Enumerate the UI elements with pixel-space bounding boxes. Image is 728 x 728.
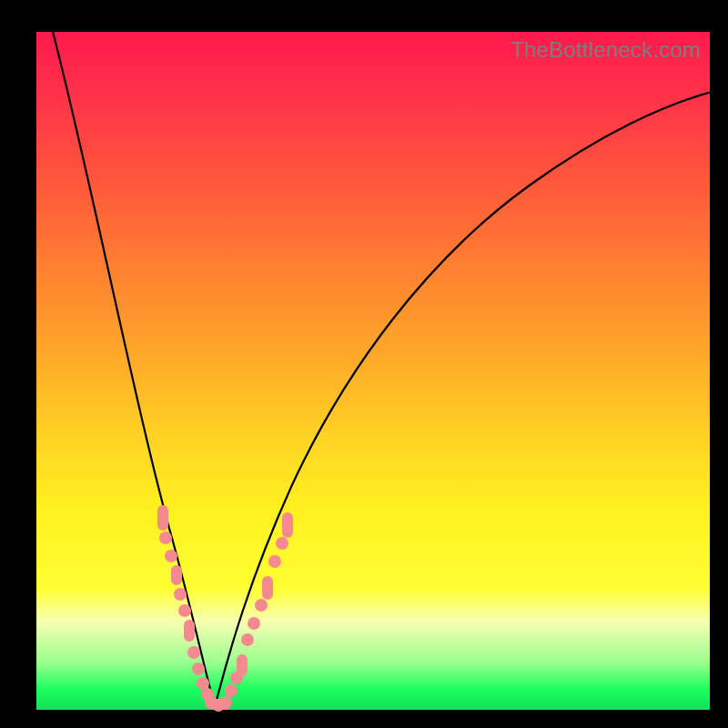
svg-point-9 xyxy=(197,677,209,690)
svg-point-4 xyxy=(174,588,187,601)
svg-point-22 xyxy=(268,555,281,568)
svg-point-7 xyxy=(187,646,200,659)
svg-rect-3 xyxy=(171,565,182,585)
svg-point-23 xyxy=(276,537,288,550)
svg-rect-6 xyxy=(184,620,195,642)
svg-point-18 xyxy=(241,633,254,646)
v-curve-right xyxy=(215,92,712,707)
svg-point-5 xyxy=(178,604,191,617)
svg-rect-0 xyxy=(157,505,168,531)
svg-rect-17 xyxy=(237,654,248,676)
svg-rect-14 xyxy=(209,699,231,710)
svg-point-15 xyxy=(225,684,238,697)
svg-rect-24 xyxy=(282,512,293,538)
svg-point-19 xyxy=(248,617,260,630)
marker-cluster-bottom xyxy=(205,696,232,712)
svg-rect-21 xyxy=(262,576,273,600)
svg-point-2 xyxy=(165,550,177,562)
svg-point-20 xyxy=(255,599,268,612)
plot-area: TheBottleneck.com xyxy=(36,32,710,710)
v-curve-left xyxy=(51,25,215,707)
svg-point-1 xyxy=(159,531,172,544)
marker-cluster-right xyxy=(225,512,293,697)
svg-point-8 xyxy=(192,662,205,675)
chart-frame: TheBottleneck.com xyxy=(0,0,728,728)
curve-layer xyxy=(36,32,710,710)
